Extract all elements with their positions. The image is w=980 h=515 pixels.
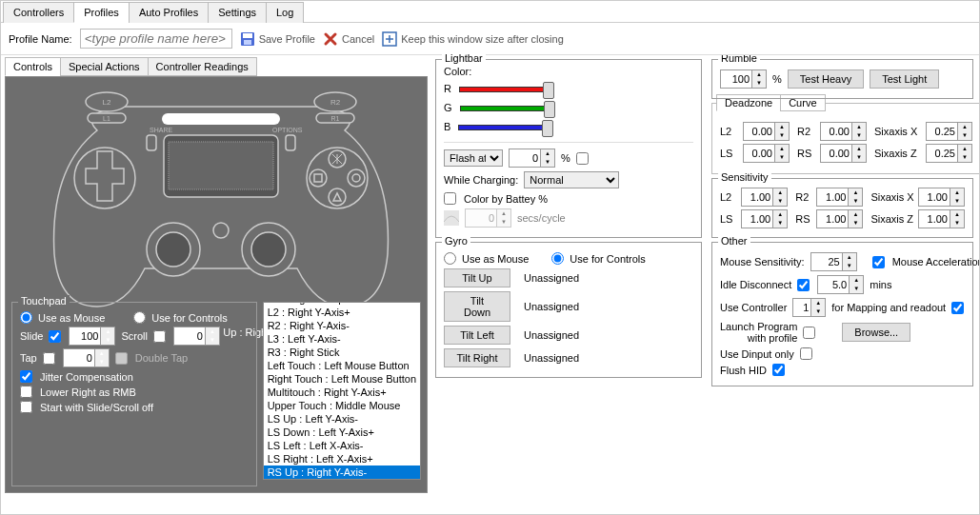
profile-name-input[interactable] — [80, 29, 232, 49]
launch-checkbox[interactable] — [803, 327, 815, 339]
svg-rect-31 — [286, 135, 295, 150]
save-profile-button[interactable]: Save Profile — [240, 31, 315, 47]
msens-spin[interactable]: ▲▼ — [810, 252, 857, 271]
tab-controllers[interactable]: Controllers — [3, 2, 74, 23]
flash-select[interactable]: Flash at — [444, 149, 503, 167]
subtab-special[interactable]: Special Actions — [60, 57, 149, 76]
scroll-spinner[interactable]: ▲▼ — [173, 327, 220, 346]
svg-rect-1 — [243, 33, 252, 38]
scroll-label: Scroll — [121, 330, 148, 342]
mapping-item[interactable]: LS Down : Left Y-Axis+ — [264, 426, 420, 439]
flash-spinner[interactable]: ▲▼ — [509, 149, 555, 168]
dz-r2-label: R2 — [797, 126, 816, 137]
profile-name-label: Profile Name: — [9, 33, 72, 45]
g-slider[interactable] — [460, 100, 555, 115]
sn-rs-spin[interactable]: ▲▼ — [816, 209, 863, 228]
touchpad-use-mouse-radio[interactable]: Use as Mouse — [20, 311, 105, 324]
mapping-item[interactable]: RS Up : Right Y-Axis- — [264, 465, 420, 479]
start-slide-label: Start with Slide/Scroll off — [40, 402, 153, 413]
subtab-readings[interactable]: Controller Readings — [148, 57, 257, 76]
jitter-label: Jitter Compensation — [40, 371, 133, 383]
dz-l2-spin[interactable]: ▲▼ — [743, 122, 790, 141]
sn-ls-spin[interactable]: ▲▼ — [741, 209, 788, 228]
gyro-tilt-right-button[interactable]: Tilt Right — [444, 348, 510, 367]
slide-spinner[interactable]: ▲▼ — [69, 327, 115, 346]
maccel-checkbox[interactable] — [872, 256, 885, 268]
controller-diagram[interactable]: L2 R2 L1 R1 — [40, 83, 402, 321]
flush-checkbox[interactable] — [772, 364, 785, 376]
mapping-item[interactable]: R2 : Right Y-Axis- — [264, 319, 420, 332]
usectrl-spin[interactable]: ▲▼ — [792, 298, 826, 317]
gyro-use-controls-radio[interactable]: Use for Controls — [551, 252, 645, 265]
dz-rs-spin[interactable]: ▲▼ — [820, 144, 867, 163]
rumble-pct: % — [772, 73, 782, 85]
tab-settings[interactable]: Settings — [208, 2, 267, 23]
tab-log[interactable]: Log — [266, 2, 304, 23]
main-tabstrip: Controllers Profiles Auto Profiles Setti… — [1, 1, 979, 23]
doubletap-checkbox[interactable] — [115, 352, 128, 365]
gyro-use-mouse-radio[interactable]: Use as Mouse — [444, 252, 529, 265]
dz-sx-label: Sixaxis X — [874, 126, 922, 137]
browse-button[interactable]: Browse... — [842, 323, 910, 342]
mapping-item[interactable]: R3 : Right Stick — [264, 346, 420, 359]
sn-sx-label: Sixaxis X — [870, 191, 914, 203]
dz-ls-spin[interactable]: ▲▼ — [743, 144, 790, 163]
color-by-batt-checkbox[interactable] — [444, 192, 456, 205]
mapping-item[interactable]: L3 : Left Y-Axis- — [264, 332, 420, 346]
cancel-icon — [323, 31, 338, 47]
scroll-checkbox[interactable] — [153, 330, 166, 343]
tap-spinner[interactable]: ▲▼ — [63, 348, 110, 367]
dz-r2-spin[interactable]: ▲▼ — [820, 122, 867, 141]
start-slide-checkbox[interactable] — [20, 401, 32, 413]
mapping-item[interactable]: Upper Touch : Middle Mouse — [264, 399, 420, 412]
gyro-tilt-left-button[interactable]: Tilt Left — [444, 326, 510, 345]
test-light-button[interactable]: Test Light — [870, 69, 939, 89]
rumble-spinner[interactable]: ▲▼ — [720, 69, 767, 89]
sn-r2-spin[interactable]: ▲▼ — [816, 188, 863, 207]
slide-checkbox[interactable] — [49, 330, 61, 343]
keep-size-label: Keep this window size after closing — [401, 33, 564, 45]
idle-label: Idle Disconnect — [720, 279, 791, 290]
keep-size-button[interactable]: Keep this window size after closing — [382, 31, 564, 47]
mapping-item[interactable]: Multitouch : Right Y-Axis+ — [264, 386, 420, 399]
mapping-item[interactable]: LS Up : Left Y-Axis- — [264, 412, 420, 426]
sn-l2-label: L2 — [720, 191, 737, 203]
resize-icon — [382, 31, 397, 47]
tap-checkbox[interactable] — [43, 352, 55, 365]
rumble-title: Rumble — [718, 55, 760, 64]
sn-l2-spin[interactable]: ▲▼ — [741, 188, 788, 207]
lower-rmb-checkbox[interactable] — [20, 386, 32, 398]
mapping-item[interactable]: L2 : Right Y-Axis+ — [264, 306, 420, 319]
subtab-controls[interactable]: Controls — [5, 57, 61, 76]
gyro-tilt-up-button[interactable]: Tilt Up — [444, 268, 510, 287]
mapping-item[interactable]: Right Touch : Left Mouse Button — [264, 372, 420, 386]
controller-panel: L2 R2 L1 R1 — [5, 76, 428, 493]
deadzone-group: Deadzone Curve L2▲▼ R2▲▼ Sixaxis X▲▼ LS▲… — [711, 103, 979, 174]
sn-ls-label: LS — [720, 213, 737, 225]
dz-sz-spin[interactable]: ▲▼ — [926, 144, 972, 163]
dinput-checkbox[interactable] — [800, 347, 812, 360]
idle-spin[interactable]: ▲▼ — [817, 275, 864, 294]
cancel-button[interactable]: Cancel — [323, 31, 374, 47]
b-slider[interactable] — [458, 119, 553, 134]
tab-autoprofiles[interactable]: Auto Profiles — [129, 2, 209, 23]
mapping-item[interactable]: LS Right : Left X-Axis+ — [264, 452, 420, 465]
mapping-list[interactable]: L1 : Left BumperR1 : Right BumperL2 : Ri… — [263, 302, 421, 480]
color-label: Color: — [444, 66, 693, 77]
touchpad-use-controls-radio[interactable]: Use for Controls — [133, 311, 227, 324]
idle-checkbox[interactable] — [797, 279, 810, 291]
jitter-checkbox[interactable] — [20, 370, 32, 383]
formap-checkbox[interactable] — [951, 302, 964, 314]
tab-profiles[interactable]: Profiles — [73, 2, 130, 23]
mapping-item[interactable]: Left Touch : Left Mouse Button — [264, 359, 420, 372]
flash-checkbox[interactable] — [576, 152, 589, 165]
charging-select[interactable]: Normal — [524, 171, 619, 188]
dz-sx-spin[interactable]: ▲▼ — [926, 122, 972, 141]
sn-sz-spin[interactable]: ▲▼ — [918, 209, 965, 228]
test-heavy-button[interactable]: Test Heavy — [788, 69, 864, 89]
gyro-tilt-down-button[interactable]: Tilt Down — [444, 291, 510, 322]
sn-sx-spin[interactable]: ▲▼ — [918, 188, 965, 207]
r-slider[interactable] — [459, 81, 554, 96]
svg-text:SHARE: SHARE — [150, 127, 172, 133]
mapping-item[interactable]: LS Left : Left X-Axis- — [264, 439, 420, 452]
